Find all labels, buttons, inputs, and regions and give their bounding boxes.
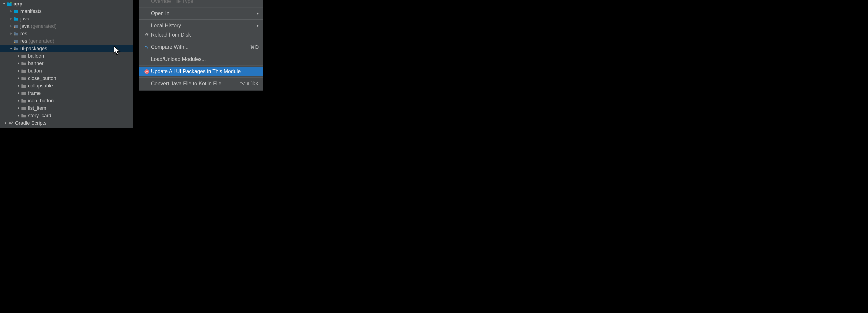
tree-item-banner[interactable]: banner (0, 60, 133, 67)
menu-separator (139, 7, 263, 7)
chevron-right-icon[interactable] (16, 61, 21, 66)
tree-label: java (20, 23, 29, 29)
menu-item-convert-to-kotlin[interactable]: Convert Java File to Kotlin File ⌥⇧⌘K (139, 79, 263, 88)
tree-item-story-card[interactable]: story_card (0, 112, 133, 119)
chevron-down-icon[interactable] (2, 1, 7, 6)
tree-item-java[interactable]: java (0, 15, 133, 22)
tree-label: java (20, 16, 29, 22)
tree-item-res[interactable]: res (0, 30, 133, 37)
tree-item-collapsable[interactable]: collapsable (0, 82, 133, 90)
chevron-right-icon[interactable] (16, 91, 21, 96)
resource-folder-icon (13, 46, 19, 51)
folder-icon (21, 106, 26, 111)
menu-separator (139, 77, 263, 78)
menu-item-compare-with[interactable]: Compare With... ⌘D (139, 42, 263, 52)
tree-label: balloon (28, 53, 44, 59)
menu-item-update-ui-packages[interactable]: Update All UI Packages in This Module (139, 67, 263, 76)
menu-item-load-unload-modules[interactable]: Load/Unload Modules... (139, 55, 263, 64)
menu-label: Compare With... (151, 44, 250, 50)
tree-label: frame (28, 90, 41, 96)
tree-item-java-generated[interactable]: java (generated) (0, 22, 133, 30)
svg-rect-3 (14, 35, 16, 35)
tree-label: banner (28, 61, 43, 66)
resource-folder-icon (13, 31, 19, 36)
folder-icon (13, 16, 19, 21)
relay-icon (143, 69, 151, 74)
project-tree-panel: app manifests java jav (0, 0, 133, 128)
gradle-icon (8, 120, 13, 126)
resource-folder-icon (13, 39, 19, 44)
chevron-right-icon[interactable] (8, 24, 13, 29)
menu-item-override-file-type[interactable]: Override File Type (139, 0, 263, 6)
menu-item-reload-from-disk[interactable]: Reload from Disk (139, 30, 263, 39)
chevron-right-icon[interactable] (16, 106, 21, 111)
tree-hint: (generated) (29, 38, 55, 44)
folder-icon (21, 54, 26, 59)
chevron-right-icon[interactable] (8, 16, 13, 21)
chevron-right-icon[interactable] (3, 120, 8, 126)
tree-label: list_item (28, 105, 46, 111)
tree-item-res-generated[interactable]: res (generated) (0, 37, 133, 45)
chevron-right-icon[interactable] (8, 9, 13, 14)
tree-label: ui-packages (20, 46, 47, 51)
tree-item-ui-packages[interactable]: ui-packages (0, 45, 133, 52)
menu-item-open-in[interactable]: Open In (139, 9, 263, 18)
tree-label: res (20, 31, 27, 37)
folder-icon (21, 68, 26, 73)
tree-item-list-item[interactable]: list_item (0, 104, 133, 112)
svg-rect-6 (14, 49, 16, 50)
chevron-right-icon[interactable] (16, 76, 21, 81)
folder-icon (21, 83, 26, 88)
context-menu: Override File Type Open In Local History… (139, 0, 263, 91)
tree-item-icon-button[interactable]: icon_button (0, 97, 133, 104)
tree-hint: (generated) (31, 23, 57, 29)
folder-icon (21, 76, 26, 81)
folder-icon (21, 113, 26, 118)
tree-item-app[interactable]: app (0, 0, 133, 7)
tree-item-gradle-scripts[interactable]: Gradle Scripts (0, 119, 133, 127)
tree-label: collapsable (28, 83, 53, 89)
tree-label: Gradle Scripts (15, 120, 46, 126)
tree-item-balloon[interactable]: balloon (0, 52, 133, 60)
chevron-right-icon[interactable] (16, 68, 21, 73)
folder-icon (21, 61, 26, 66)
folder-icon (13, 9, 19, 14)
menu-label: Local History (151, 23, 257, 29)
tree-label: story_card (28, 113, 51, 118)
reload-icon (143, 33, 151, 37)
chevron-right-icon[interactable] (16, 98, 21, 103)
tree-label: res (20, 38, 27, 44)
menu-label: Convert Java File to Kotlin File (151, 81, 240, 87)
menu-item-local-history[interactable]: Local History (139, 21, 263, 30)
chevron-right-icon[interactable] (16, 54, 21, 59)
tree-item-button[interactable]: button (0, 67, 133, 74)
menu-separator (139, 41, 263, 41)
svg-rect-5 (14, 42, 16, 43)
tree-item-frame[interactable]: frame (0, 90, 133, 97)
module-folder-icon (7, 1, 12, 6)
menu-label: Update All UI Packages in This Module (151, 68, 259, 74)
tree-label: manifests (20, 8, 41, 14)
menu-separator (139, 65, 263, 66)
chevron-right-icon[interactable] (16, 83, 21, 88)
tree-item-close-button[interactable]: close_button (0, 74, 133, 82)
chevron-right-icon[interactable] (16, 113, 21, 118)
menu-label: Override File Type (151, 0, 259, 4)
menu-shortcut: ⌥⇧⌘K (240, 81, 259, 87)
generated-folder-icon (13, 24, 19, 29)
chevron-down-icon[interactable] (8, 46, 13, 51)
tree-item-manifests[interactable]: manifests (0, 7, 133, 15)
submenu-arrow-icon (257, 11, 259, 16)
chevron-right-icon[interactable] (8, 31, 13, 36)
folder-icon (21, 91, 26, 96)
compare-icon (143, 45, 151, 49)
menu-label: Reload from Disk (151, 32, 259, 38)
svg-rect-7 (14, 50, 16, 50)
submenu-arrow-icon (257, 23, 259, 29)
tree-label: app (13, 1, 22, 7)
tree-label: icon_button (28, 98, 54, 104)
folder-icon (21, 98, 26, 103)
svg-point-8 (145, 69, 149, 74)
menu-label: Load/Unload Modules... (151, 56, 259, 62)
menu-shortcut: ⌘D (250, 44, 259, 50)
